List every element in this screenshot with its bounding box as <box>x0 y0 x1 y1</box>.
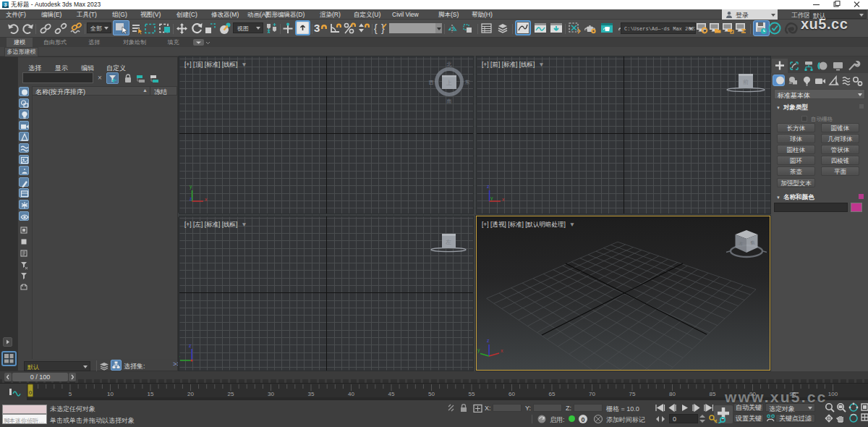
svg-text:y: y <box>477 347 480 353</box>
svg-text:左: 左 <box>446 239 451 245</box>
svg-text:0: 0 <box>29 389 33 396</box>
svg-text:西: 西 <box>429 80 434 85</box>
svg-text:x: x <box>501 348 503 353</box>
svg-text:0: 0 <box>581 416 584 423</box>
svg-text:75: 75 <box>629 391 636 397</box>
svg-text:80: 80 <box>669 391 676 397</box>
svg-text:南: 南 <box>447 98 452 103</box>
svg-text:x: x <box>205 197 208 202</box>
svg-text:100: 100 <box>828 391 838 397</box>
svg-text:前: 前 <box>743 79 749 85</box>
svg-text:z: z <box>487 338 490 343</box>
svg-text:5: 5 <box>69 391 72 397</box>
svg-text:35: 35 <box>308 391 315 397</box>
svg-text:y: y <box>179 355 180 360</box>
svg-text:65: 65 <box>549 391 556 397</box>
svg-text:z: z <box>189 343 192 348</box>
svg-text:70: 70 <box>589 391 595 397</box>
svg-text:y: y <box>190 184 192 190</box>
svg-text:45: 45 <box>388 391 395 397</box>
svg-text:y: y <box>490 195 493 201</box>
svg-text:25: 25 <box>228 391 234 397</box>
svg-text:{: { <box>374 22 378 34</box>
svg-text:3: 3 <box>4 2 7 7</box>
svg-text:30: 30 <box>268 391 274 397</box>
svg-text:60: 60 <box>509 391 515 397</box>
svg-text:东: 东 <box>465 80 470 85</box>
svg-text:55: 55 <box>469 391 475 397</box>
svg-text:20: 20 <box>187 391 194 397</box>
svg-text:z: z <box>190 196 192 201</box>
svg-text:10: 10 <box>107 391 114 397</box>
svg-text:85: 85 <box>710 391 716 397</box>
svg-text:40: 40 <box>348 391 354 397</box>
svg-text:15: 15 <box>148 391 154 397</box>
svg-text:50: 50 <box>428 391 435 397</box>
svg-text:z: z <box>487 184 490 189</box>
svg-text:上: 上 <box>446 80 452 86</box>
svg-text:北: 北 <box>447 62 452 67</box>
svg-text:3: 3 <box>314 22 320 34</box>
svg-text:x: x <box>502 197 505 202</box>
